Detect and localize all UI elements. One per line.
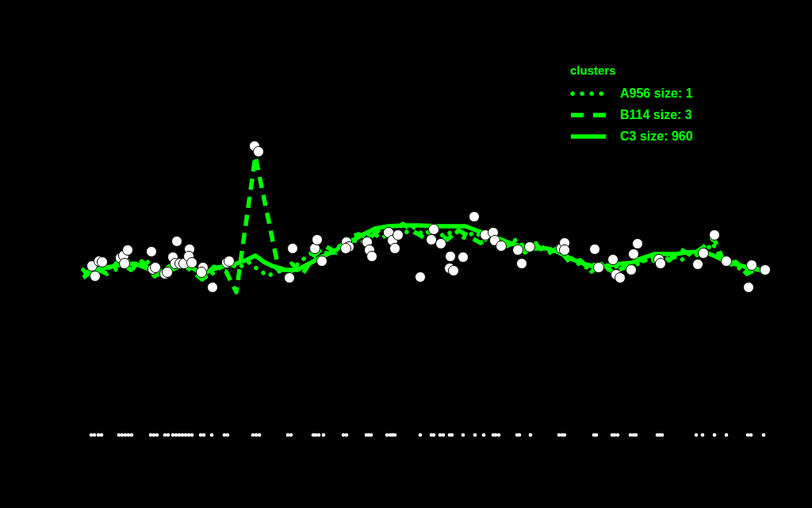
legend-label-a956: A956 size: 1 [620, 87, 693, 101]
legend-label-c3: C3 size: 960 [620, 129, 693, 144]
legend: clusters A956 size: 1 B114 size: 3 C3 si… [569, 64, 693, 147]
legend-item-b114: B114 size: 3 [569, 104, 693, 125]
legend-title: clusters [569, 64, 693, 77]
legend-label-b114: B114 size: 3 [620, 108, 692, 122]
dotted-line-swatch-icon [570, 90, 607, 98]
solid-line-swatch-icon [570, 133, 607, 140]
legend-item-a956: A956 size: 1 [569, 83, 693, 104]
cluster-chart: clusters A956 size: 1 B114 size: 3 C3 si… [0, 0, 812, 508]
legend-item-c3: C3 size: 960 [569, 125, 693, 147]
dashed-line-swatch-icon [570, 111, 607, 119]
